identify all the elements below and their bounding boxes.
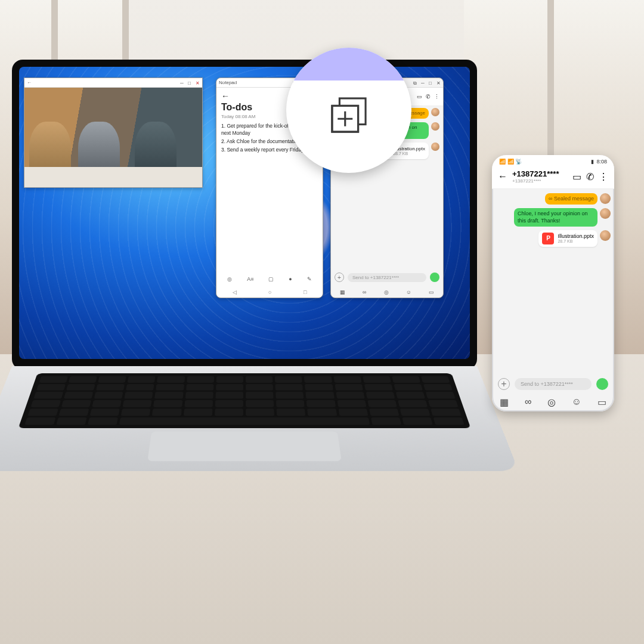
nav-home-icon[interactable]: ○ — [268, 289, 271, 295]
android-nav: ◁ ○ □ — [216, 289, 323, 295]
infinity-icon[interactable]: ∞ — [363, 289, 366, 295]
gallery-icon[interactable]: ▦ — [340, 289, 345, 295]
video-call-icon[interactable]: ▭ — [417, 94, 422, 100]
maximize-icon[interactable]: □ — [188, 80, 192, 85]
new-window-icon[interactable]: ⧉ — [413, 80, 417, 85]
back-icon[interactable]: ← — [27, 80, 32, 85]
status-time: 8:08 — [596, 159, 607, 165]
emoji-icon[interactable]: ☺ — [406, 289, 411, 295]
back-icon[interactable]: ← — [221, 91, 230, 101]
phone-messages-header: ← +1387221**** +1387221**** ▭ ✆ ⋮ — [492, 166, 614, 189]
location-icon[interactable]: ◎ — [384, 289, 389, 295]
phone-status-bar: 📶 📶 📡 ▮ 8:08 — [492, 155, 614, 166]
video-window[interactable]: ← ─ □ ✕ — [24, 78, 203, 188]
notepad-app-title: Notepad — [219, 80, 237, 85]
image-icon[interactable]: ▢ — [268, 276, 274, 282]
trackpad[interactable] — [147, 431, 342, 461]
battery-icon: ▮ — [591, 159, 594, 165]
phone-action-row: ▦ ∞ ◎ ☺ ▭ — [492, 397, 614, 408]
avatar — [600, 208, 611, 219]
zoom-callout — [286, 48, 411, 173]
file-attachment[interactable]: P Illustration.pptx 28.7 KB — [538, 230, 597, 247]
compose-input[interactable]: Send to +1387221**** — [348, 273, 426, 282]
draw-icon[interactable]: ✎ — [307, 276, 312, 282]
checklist-icon[interactable]: ◎ — [227, 276, 232, 282]
attach-icon[interactable]: + — [335, 273, 344, 282]
attach-icon[interactable]: + — [498, 378, 510, 390]
back-icon[interactable]: ← — [498, 171, 507, 182]
folder-icon[interactable]: ▭ — [597, 397, 606, 408]
phone-messages-body[interactable]: ∞ Sealed message Chloe, I need your opin… — [492, 189, 614, 251]
infinity-icon[interactable]: ∞ — [525, 397, 531, 408]
nav-back-icon[interactable]: ◁ — [233, 289, 237, 295]
mic-icon[interactable]: ● — [289, 276, 292, 282]
notepad-toolbar: ◎ A≡ ▢ ● ✎ — [216, 274, 323, 284]
phone-compose-bar: + Send to +1387221**** — [492, 374, 614, 394]
status-icons-left: 📶 📶 📡 — [499, 159, 522, 165]
laptop-keyboard — [0, 366, 519, 471]
minimize-icon[interactable]: ─ — [180, 80, 184, 85]
pptx-icon: P — [542, 233, 554, 244]
file-size: 28.7 KB — [393, 151, 425, 156]
gallery-icon[interactable]: ▦ — [500, 397, 509, 408]
messages-action-row: ▦ ∞ ◎ ☺ ▭ — [331, 289, 443, 295]
avatar — [600, 230, 611, 241]
file-name: Illustration.pptx — [558, 233, 594, 239]
minimize-icon[interactable]: ─ — [421, 80, 425, 85]
new-window-icon — [326, 92, 372, 138]
video-window-titlebar[interactable]: ← ─ □ ✕ — [24, 78, 202, 88]
more-icon[interactable]: ⋮ — [434, 94, 439, 100]
more-icon[interactable]: ⋮ — [599, 171, 608, 182]
sealed-message-bubble[interactable]: ∞ Sealed message — [545, 193, 597, 205]
text-style-icon[interactable]: A≡ — [247, 276, 253, 282]
note-timestamp: Today 08:08 AM — [221, 114, 255, 119]
message-bubble[interactable]: Chloe, I need your opinion on this draft… — [514, 208, 597, 227]
emoji-icon[interactable]: ☺ — [572, 397, 581, 408]
file-size: 28.7 KB — [558, 239, 594, 243]
call-icon[interactable]: ✆ — [586, 171, 594, 182]
send-button[interactable] — [596, 378, 608, 390]
avatar — [600, 193, 611, 204]
close-icon[interactable]: ✕ — [196, 80, 200, 85]
avatar — [431, 122, 439, 131]
phone: 📶 📶 📡 ▮ 8:08 ← +1387221**** +1387221****… — [492, 155, 614, 411]
video-content — [24, 88, 202, 187]
call-icon[interactable]: ✆ — [426, 94, 431, 100]
compose-input[interactable]: Send to +1387221**** — [515, 378, 592, 390]
avatar — [431, 108, 439, 116]
send-button[interactable] — [430, 273, 439, 282]
avatar — [431, 143, 439, 151]
video-call-icon[interactable]: ▭ — [572, 171, 581, 182]
folder-icon[interactable]: ▭ — [429, 289, 434, 295]
maximize-icon[interactable]: □ — [429, 80, 433, 85]
close-icon[interactable]: ✕ — [436, 80, 441, 85]
contact-number[interactable]: +1387221**** +1387221**** — [512, 169, 568, 184]
nav-recent-icon[interactable]: □ — [304, 289, 306, 295]
location-icon[interactable]: ◎ — [547, 397, 556, 408]
compose-bar: + Send to +1387221**** — [331, 270, 443, 284]
